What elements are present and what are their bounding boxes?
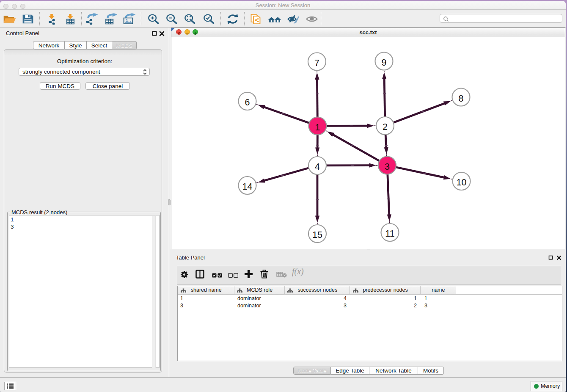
- svg-text:11: 11: [385, 229, 394, 239]
- svg-text:3: 3: [385, 162, 390, 172]
- svg-text:9: 9: [382, 58, 387, 68]
- svg-text:1: 1: [315, 122, 320, 133]
- svg-text:14: 14: [242, 182, 253, 192]
- svg-text:4: 4: [315, 162, 320, 172]
- svg-text:10: 10: [457, 177, 467, 188]
- svg-text:15: 15: [312, 230, 322, 240]
- svg-text:7: 7: [314, 58, 319, 68]
- svg-text:2: 2: [383, 122, 388, 132]
- svg-text:6: 6: [245, 97, 250, 108]
- svg-text:8: 8: [459, 94, 464, 104]
